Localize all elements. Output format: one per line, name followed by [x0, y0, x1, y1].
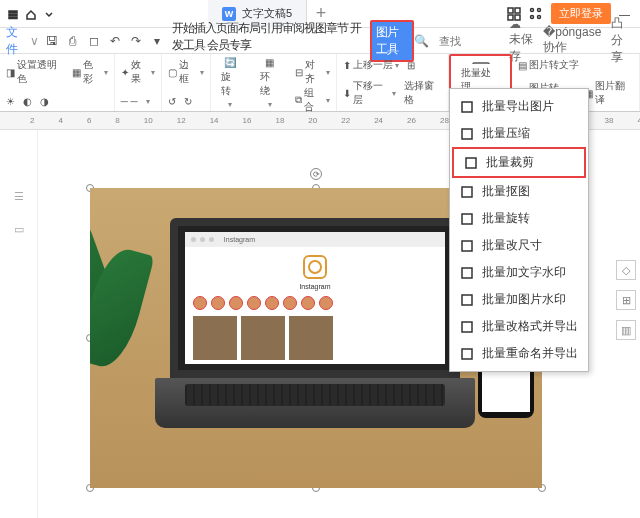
menu-icon[interactable] [7, 8, 19, 20]
svg-rect-16 [462, 214, 472, 224]
group-color: ◨ 设置透明色▦ 色彩▾ ☀◐◑ [0, 54, 115, 111]
svg-rect-20 [462, 322, 472, 332]
svg-rect-0 [9, 11, 17, 13]
dropdown-item-4[interactable]: 批量旋转 [450, 205, 588, 232]
rotate-left-icon[interactable]: ↺ [168, 96, 176, 107]
group-border: ▢ 边框▾ ↺↻ [162, 54, 211, 111]
quick-access: 🖫 ⎙ ◻ ↶ ↷ ▾ [39, 32, 170, 50]
coop-label[interactable]: �póngase 协作 [543, 25, 601, 56]
selection-pane-icon[interactable]: ⊞ [407, 60, 415, 71]
dropdown-item-2[interactable]: 批量裁剪 [452, 147, 586, 178]
print-icon[interactable]: ⎙ [64, 32, 82, 50]
rotate-btn[interactable]: 🔄旋转▾ [211, 54, 250, 111]
search-icon[interactable]: 🔍 [414, 34, 429, 48]
more-icon[interactable]: ▾ [148, 32, 166, 50]
home-icon[interactable] [25, 8, 37, 20]
search-input[interactable] [439, 35, 499, 47]
save-icon[interactable]: 🖫 [43, 32, 61, 50]
colortone-btn[interactable]: ▦ 色彩▾ [72, 58, 107, 86]
page-thumb-icon[interactable]: ▭ [14, 223, 24, 236]
undo-icon[interactable]: ↶ [106, 32, 124, 50]
batch-icon [470, 60, 492, 64]
dropdown-item-1[interactable]: 批量压缩 [450, 120, 588, 147]
outline-icon[interactable]: ☰ [14, 190, 24, 203]
rotate-handle[interactable]: ⟳ [310, 168, 322, 180]
chevron-down-icon[interactable] [43, 8, 55, 20]
pic-to-text-btn[interactable]: ▤ 图片转文字 [518, 58, 579, 72]
svg-rect-15 [462, 187, 472, 197]
svg-rect-19 [462, 295, 472, 305]
svg-rect-3 [508, 8, 513, 13]
svg-rect-12 [462, 102, 472, 112]
doc-icon: W [222, 7, 236, 21]
selection-pane-btn[interactable]: 选择窗格 [404, 79, 442, 107]
dropdown-item-7[interactable]: 批量加图片水印 [450, 286, 588, 313]
wrap-btn[interactable]: ▦环绕▾ [250, 54, 289, 111]
redo-icon[interactable]: ↷ [127, 32, 145, 50]
pic-translate-btn[interactable]: ▦ 图片翻译 [584, 79, 633, 107]
dropdown-item-9[interactable]: 批量重命名并导出 [450, 340, 588, 367]
svg-rect-13 [462, 129, 472, 139]
rotate-right-icon[interactable]: ↻ [184, 96, 192, 107]
svg-rect-1 [9, 14, 17, 16]
window-controls [0, 8, 208, 20]
move-down-btn[interactable]: ⬇ 下移一层▾ [343, 79, 397, 107]
dropdown-item-8[interactable]: 批量改格式并导出 [450, 313, 588, 340]
group-layer: ⬆ 上移一层▾⊞ ⬇ 下移一层▾选择窗格 [337, 54, 450, 111]
group-align: ⊟ 对齐▾ ⧉ 组合▾ [289, 54, 337, 111]
group-effect: ✦ 效果▾ ─ ─▾ [115, 54, 163, 111]
svg-rect-18 [462, 268, 472, 278]
align-btn[interactable]: ⊟ 对齐▾ [295, 58, 330, 86]
right-sidebar: ◇ ⊞ ▥ [612, 260, 640, 340]
dropdown-item-6[interactable]: 批量加文字水印 [450, 259, 588, 286]
left-gutter: ☰ ▭ [0, 130, 38, 518]
menubar: 文件 ∨ 🖫 ⎙ ◻ ↶ ↷ ▾ 开始插入页面布局引用审阅视图章节 开发工具 会… [0, 28, 640, 54]
dropdown-item-3[interactable]: 批量抠图 [450, 178, 588, 205]
svg-rect-11 [473, 63, 489, 64]
svg-rect-2 [9, 17, 17, 19]
border-btn[interactable]: ▢ 边框▾ [168, 58, 204, 86]
dropdown-item-0[interactable]: 批量导出图片 [450, 93, 588, 120]
svg-rect-14 [466, 158, 476, 168]
side-tool-1[interactable]: ◇ [616, 260, 636, 280]
move-up-btn[interactable]: ⬆ 上移一层▾ [343, 58, 399, 72]
combo-btn[interactable]: ⧉ 组合▾ [295, 86, 330, 114]
side-tool-2[interactable]: ⊞ [616, 290, 636, 310]
file-menu[interactable]: 文件 [0, 24, 30, 58]
dash-btn[interactable]: ─ ─ [121, 96, 138, 107]
side-tool-3[interactable]: ▥ [616, 320, 636, 340]
preview-icon[interactable]: ◻ [85, 32, 103, 50]
dropdown-item-5[interactable]: 批量改尺寸 [450, 232, 588, 259]
svg-rect-17 [462, 241, 472, 251]
svg-point-8 [538, 8, 541, 11]
svg-rect-21 [462, 349, 472, 359]
transparent-btn[interactable]: ◨ 设置透明色 [6, 58, 64, 86]
effect-btn[interactable]: ✦ 效果▾ [121, 58, 156, 86]
batch-dropdown: 批量导出图片批量压缩批量裁剪批量抠图批量旋转批量改尺寸批量加文字水印批量加图片水… [449, 88, 589, 372]
svg-rect-4 [515, 8, 520, 13]
svg-point-7 [531, 8, 534, 11]
